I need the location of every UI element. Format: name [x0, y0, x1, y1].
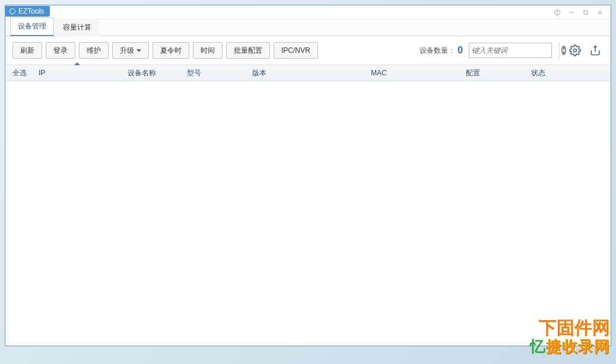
- tab-row: 设备管理 容量计算: [5, 20, 611, 36]
- close-icon: [596, 9, 604, 16]
- device-count-value: 0: [458, 45, 463, 56]
- time-button[interactable]: 时间: [193, 42, 223, 59]
- maintain-button[interactable]: 维护: [79, 42, 109, 59]
- minimize-icon: [568, 9, 575, 16]
- device-count-label: 设备数量：: [420, 46, 455, 56]
- column-device-name[interactable]: 设备名称: [128, 68, 187, 78]
- device-count: 设备数量： 0: [420, 45, 463, 56]
- gear-icon: [569, 44, 581, 56]
- table-header: 全选 IP 设备名称 型号 版本 MAC 配置 状态: [5, 65, 611, 81]
- export-button[interactable]: [587, 42, 604, 59]
- column-model[interactable]: 型号: [187, 68, 252, 78]
- maximize-button[interactable]: [579, 7, 593, 18]
- settings-button[interactable]: [567, 42, 583, 59]
- column-config[interactable]: 配置: [466, 68, 531, 78]
- app-badge: EZTools: [5, 6, 50, 17]
- clear-search-button[interactable]: [561, 46, 566, 55]
- sort-indicator-icon: [74, 62, 80, 65]
- login-button[interactable]: 登录: [46, 42, 75, 59]
- dst-button[interactable]: 夏令时: [153, 42, 189, 59]
- help-icon: [554, 9, 561, 16]
- svg-rect-4: [584, 11, 588, 14]
- upgrade-button[interactable]: 升级: [112, 42, 149, 59]
- app-window: EZTools 设备管理 容量计算 刷新 登录 维护 升级 夏令时 时间 批量配…: [5, 5, 611, 346]
- clear-icon: [561, 48, 566, 53]
- tab-device-management[interactable]: 设备管理: [10, 17, 54, 36]
- column-mac[interactable]: MAC: [371, 69, 466, 77]
- column-version[interactable]: 版本: [252, 68, 371, 78]
- svg-point-2: [557, 14, 558, 14]
- close-button[interactable]: [593, 7, 607, 18]
- maximize-icon: [582, 9, 589, 16]
- batch-config-button[interactable]: 批量配置: [226, 42, 270, 59]
- refresh-button[interactable]: 刷新: [12, 42, 42, 59]
- app-title: EZTools: [18, 7, 44, 15]
- table-body: [5, 81, 611, 346]
- search-input[interactable]: [472, 46, 561, 55]
- column-status[interactable]: 状态: [531, 68, 579, 78]
- export-icon: [589, 44, 601, 56]
- svg-point-9: [574, 49, 577, 52]
- ipc-nvr-button[interactable]: IPC/NVR: [274, 42, 318, 59]
- chevron-down-icon: [136, 49, 141, 52]
- help-button[interactable]: [550, 7, 564, 18]
- toolbar: 刷新 登录 维护 升级 夏令时 时间 批量配置 IPC/NVR 设备数量： 0: [5, 36, 611, 65]
- upgrade-label: 升级: [120, 46, 134, 56]
- column-select-all[interactable]: 全选: [12, 68, 39, 78]
- app-logo-icon: [9, 8, 16, 15]
- toolbar-divider: [559, 42, 560, 59]
- minimize-button[interactable]: [564, 7, 579, 18]
- column-ip[interactable]: IP: [39, 69, 128, 77]
- titlebar: EZTools: [5, 5, 611, 20]
- search-box: [469, 43, 552, 58]
- tab-capacity-calc[interactable]: 容量计算: [55, 18, 99, 36]
